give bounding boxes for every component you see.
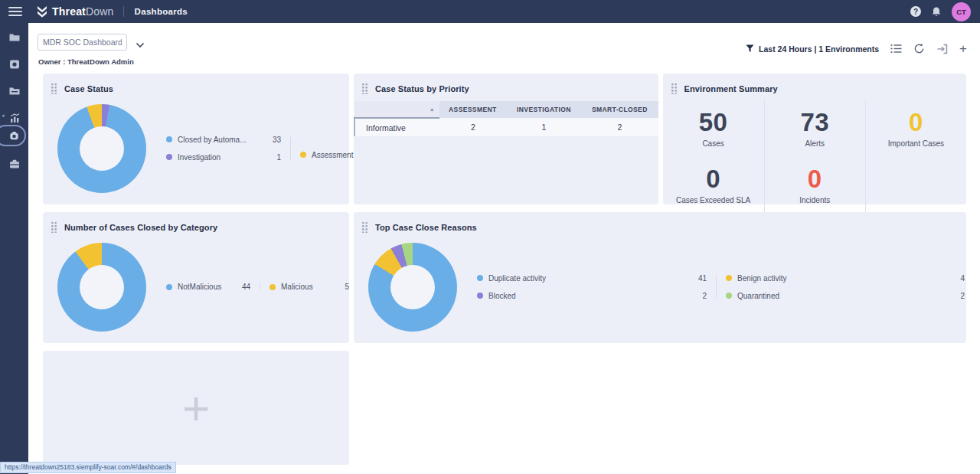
stat-cases-exceeded-sla: 0 Cases Exceeded SLA (663, 157, 764, 214)
dashboard-controls: Last 24 Hours | 1 Environments + (746, 43, 967, 54)
legend-label: Quarantined (737, 292, 960, 300)
add-widget-placeholder[interactable]: + (43, 351, 349, 465)
legend-color-dot (726, 275, 732, 281)
stat-label: Important Cases (866, 139, 966, 148)
stat-alerts: 73 Alerts (764, 100, 865, 157)
legend-value: 41 (698, 274, 707, 283)
close-reasons-legend: Duplicate activity 41 Blocked 2 (477, 271, 965, 303)
stat-label: Cases Exceeded SLA (663, 196, 764, 204)
legend-value: 2 (702, 292, 707, 300)
widget-case-status: Case Status Closed by Automa... 33 (43, 74, 349, 204)
priority-cell: 1 (507, 118, 581, 136)
link-preview-status-bar: https://threatdown25183.siemplify-soar.c… (0, 462, 176, 473)
bar-chart-icon (8, 112, 21, 124)
board-icon (8, 58, 21, 70)
dashboard-name-input[interactable] (38, 34, 127, 51)
legend-label: NotMalicious (178, 283, 242, 291)
view-list-icon[interactable] (890, 44, 902, 54)
legend-item[interactable]: Duplicate activity 41 (477, 271, 707, 286)
widget-title: Top Case Close Reasons (375, 223, 477, 232)
priority-table-row[interactable]: Informative 2 1 2 (354, 118, 658, 136)
environment-stats: 50 Cases 73 Alerts 0 Important Cases 0 C… (663, 100, 967, 214)
brand-name-bold: Threat (52, 5, 86, 18)
widget-title: Case Status (64, 84, 113, 93)
widget-title: Case Status by Priority (375, 84, 469, 93)
stat-value: 0 (663, 165, 764, 194)
add-widget-plus-icon[interactable]: + (959, 44, 967, 54)
drag-handle-icon[interactable] (361, 221, 368, 233)
legend-item[interactable]: Benign activity 4 (726, 271, 965, 286)
stat-empty-cell (865, 157, 966, 214)
widget-cases-closed-by-category: Number of Cases Closed by Category NotMa… (43, 212, 349, 343)
top-nav: ThreatDown Dashboards ? CT (0, 0, 980, 23)
left-sidebar: ◂ (0, 23, 28, 474)
drag-handle-icon[interactable] (51, 221, 57, 233)
refresh-icon[interactable] (913, 43, 925, 54)
menu-icon[interactable] (8, 7, 22, 16)
legend-label: Closed by Automa... (178, 136, 273, 144)
case-status-donut-chart[interactable] (57, 104, 146, 193)
stat-cases: 50 Cases (663, 100, 764, 157)
legend-color-dot (166, 136, 172, 142)
widget-environment-summary: Environment Summary 50 Cases 73 Alerts 0… (663, 74, 967, 204)
legend-color-dot (300, 152, 306, 158)
priority-column-header[interactable]: INVESTIGATION (507, 101, 581, 118)
widget-top-case-close-reasons: Top Case Close Reasons Duplicate activit… (354, 212, 966, 343)
priority-column-header[interactable]: SMART-CLOSED (581, 101, 658, 118)
dashboard-owner-label: Owner : ThreatDown Admin (38, 57, 134, 66)
sidebar-item-workdesk[interactable] (0, 56, 28, 73)
legend-item[interactable]: Investigation 1 (166, 150, 281, 165)
legend-item[interactable]: Blocked 2 (477, 289, 707, 303)
environment-filter-button[interactable]: Last 24 Hours | 1 Environments (746, 44, 879, 54)
drag-handle-icon[interactable] (51, 83, 57, 94)
stat-value: 50 (663, 108, 764, 137)
export-icon[interactable] (936, 44, 948, 54)
legend-color-dot (166, 284, 172, 290)
sidebar-item-reports[interactable] (0, 110, 28, 126)
legend-value: 4 (960, 274, 965, 283)
priority-column-header[interactable]: ▲ (354, 101, 439, 118)
brand-logo[interactable]: ThreatDown (36, 5, 114, 18)
drag-handle-icon[interactable] (361, 83, 368, 94)
legend-divider (716, 276, 717, 299)
stat-value: 0 (765, 165, 865, 194)
sidebar-item-playbooks[interactable] (0, 83, 28, 100)
user-avatar[interactable]: CT (952, 2, 971, 21)
legend-item[interactable]: Quarantined 2 (726, 289, 965, 303)
sidebar-item-cases[interactable] (0, 29, 28, 46)
dashboards-icon (8, 130, 20, 142)
category-donut-chart[interactable] (57, 243, 146, 332)
legend-color-dot (270, 284, 276, 290)
stat-incidents: 0 Incidents (764, 157, 865, 214)
stat-value: 73 (765, 108, 865, 137)
legend-divider (260, 284, 260, 289)
widget-title: Number of Cases Closed by Category (64, 223, 217, 232)
notifications-bell-icon[interactable] (931, 6, 942, 18)
stat-label: Incidents (765, 196, 865, 204)
case-status-legend: Closed by Automa... 33 Investigation 1 (166, 132, 363, 165)
legend-value: 33 (273, 136, 281, 144)
priority-table: ▲ ASSESSMENT INVESTIGATION SMART-CLOSED … (354, 101, 658, 136)
priority-column-header[interactable]: ASSESSMENT (439, 101, 507, 118)
dashboard-select-chevron-down-icon[interactable] (136, 38, 145, 51)
legend-color-dot (477, 275, 483, 281)
help-icon[interactable]: ? (910, 6, 921, 17)
priority-cell: 2 (439, 118, 507, 136)
legend-divider (290, 137, 291, 160)
drag-handle-icon[interactable] (671, 83, 678, 94)
legend-item[interactable]: NotMalicious 44 (166, 279, 250, 294)
category-legend: NotMalicious 44 Malicious 5 (166, 279, 349, 294)
sidebar-item-settings[interactable] (0, 155, 28, 172)
legend-value: 1 (276, 153, 281, 162)
close-reasons-donut-chart[interactable] (368, 243, 457, 332)
folder-gear-icon (8, 85, 21, 97)
legend-label: Investigation (178, 153, 276, 162)
legend-item[interactable]: Closed by Automa... 33 (166, 132, 281, 147)
priority-cell: 2 (581, 118, 658, 136)
legend-label: Duplicate activity (488, 274, 698, 283)
legend-item[interactable]: Malicious 5 (270, 279, 349, 294)
stat-label: Alerts (765, 139, 865, 148)
sidebar-item-dashboards-active[interactable] (0, 127, 28, 144)
page-title: Dashboards (135, 7, 188, 16)
big-plus-icon: + (182, 385, 210, 431)
